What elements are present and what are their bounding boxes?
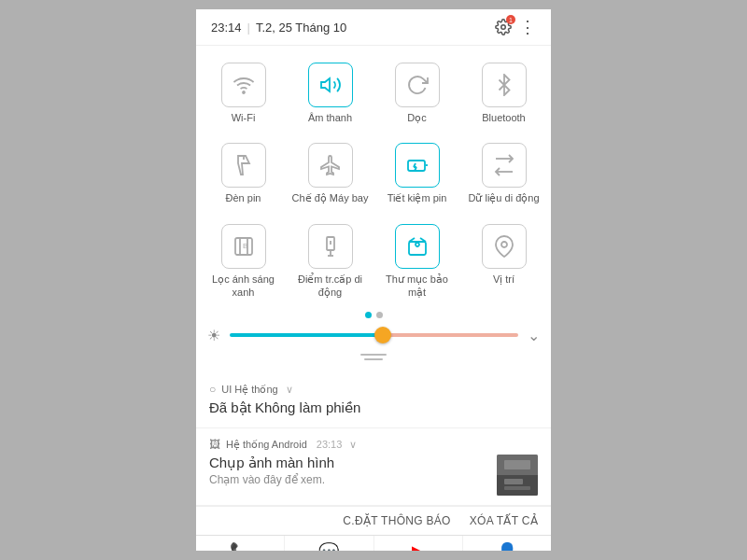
- qs-rotate-icon-wrap: [395, 63, 440, 107]
- qs-bluefilter-label: Lọc ánh sáng xanh: [204, 273, 283, 300]
- nav-youtube[interactable]: ▶ YouTube: [374, 536, 463, 551]
- bluetooth-icon: [493, 74, 515, 96]
- page-indicator: [196, 308, 551, 320]
- secure-folder-icon: [406, 235, 429, 258]
- notif-1-title: Đã bật Không làm phiền: [209, 399, 538, 416]
- dot-1: [365, 312, 372, 318]
- svg-rect-4: [408, 161, 425, 171]
- qs-row-2: Đèn pin Chế độ Máy bay: [196, 133, 551, 214]
- rotate-icon: [406, 74, 429, 96]
- nav-youtube-icon: ▶: [412, 541, 425, 551]
- qs-airplane[interactable]: Chế độ Máy bay: [287, 133, 374, 214]
- notification-badge: 1: [506, 15, 515, 24]
- notif-2-title: Chụp ảnh màn hình: [209, 455, 487, 471]
- battery-icon: [406, 154, 429, 176]
- qs-battery-save[interactable]: Tiết kiệm pin: [374, 133, 460, 214]
- qs-flashlight-label: Đèn pin: [226, 191, 261, 204]
- qs-location[interactable]: Vị trí: [460, 215, 547, 309]
- svg-rect-28: [504, 486, 530, 490]
- brightness-slider[interactable]: [230, 326, 518, 344]
- nav-messages-icon: 💬: [318, 541, 339, 551]
- phone-screen: 23:14 | T.2, 25 Tháng 10 1 ⋮: [196, 9, 551, 551]
- qs-hotspot-label: Điểm tr.cấp di động: [290, 273, 370, 300]
- nav-phone[interactable]: 📞 Điện thoại: [196, 536, 285, 551]
- qs-sound[interactable]: Âm thanh: [287, 53, 374, 133]
- svg-rect-19: [409, 242, 426, 255]
- qs-bluetooth-icon-wrap: [482, 63, 527, 107]
- screenshot-thumbnail: [497, 455, 538, 496]
- time-display: 23:14: [211, 21, 242, 35]
- nav-messages[interactable]: 💬 Tin nhắn: [285, 536, 374, 551]
- qs-row-1: Wi-Fi Âm thanh: [196, 53, 551, 133]
- svg-rect-27: [504, 479, 523, 484]
- qs-wifi[interactable]: Wi-Fi: [200, 53, 287, 133]
- qs-mobiledata-icon-wrap: [482, 143, 527, 188]
- nav-contacts[interactable]: 👤 Danh bạ: [463, 536, 551, 551]
- svg-point-20: [416, 243, 419, 246]
- notif-2-body: Chạm vào đây để xem.: [209, 473, 487, 486]
- notif-2-expand-icon[interactable]: ∨: [349, 439, 357, 451]
- notif-2-header: 🖼 Hệ thống Android 23:13 ∨: [209, 438, 538, 451]
- qs-hotspot-icon-wrap: [308, 224, 353, 269]
- qs-battery-label: Tiết kiệm pin: [388, 191, 447, 204]
- brightness-icon: ☀: [207, 327, 220, 344]
- notification-bottom-bar: C.ĐẶT THÔNG BÁO XÓA TẤT CẢ: [196, 506, 551, 535]
- more-icon[interactable]: ⋮: [519, 17, 536, 37]
- clear-all-button[interactable]: XÓA TẤT CẢ: [470, 514, 538, 527]
- bottom-navigation: 📞 Điện thoại 💬 Tin nhắn ▶ YouTube 👤 Danh…: [196, 535, 551, 551]
- qs-rotate[interactable]: Dọc: [374, 53, 460, 133]
- qs-mobile-data[interactable]: Dữ liệu di động: [460, 133, 547, 214]
- notif-1-app-icon: ○: [209, 383, 216, 396]
- airplane-icon: [319, 154, 342, 176]
- status-bar-right: 1 ⋮: [495, 17, 536, 37]
- qs-securefolder-icon-wrap: [395, 224, 440, 269]
- quick-settings-panel: Wi-Fi Âm thanh: [196, 46, 551, 373]
- qs-bluetooth[interactable]: Bluetooth: [460, 53, 547, 133]
- qs-flashlight-icon-wrap: [221, 143, 266, 188]
- settings-icon-wrap[interactable]: 1: [495, 19, 512, 35]
- qs-sound-icon-wrap: [308, 63, 353, 107]
- qs-bluetooth-label: Bluetooth: [482, 111, 525, 124]
- qs-airplane-label: Chế độ Máy bay: [292, 191, 369, 204]
- qs-secure-folder[interactable]: Thư mục bảo mật: [374, 215, 460, 309]
- qs-blue-filter[interactable]: B Lọc ánh sáng xanh: [200, 215, 287, 309]
- location-icon: [493, 235, 515, 258]
- svg-point-1: [243, 91, 245, 93]
- qs-mobiledata-label: Dữ liệu di động: [468, 191, 539, 204]
- wifi-icon: [233, 74, 255, 96]
- notif-1-expand-icon[interactable]: ∨: [286, 384, 293, 396]
- qs-location-icon-wrap: [482, 224, 527, 269]
- mobile-data-icon: [493, 154, 515, 176]
- svg-point-0: [501, 25, 506, 30]
- notif-2-app-icon: 🖼: [209, 438, 220, 451]
- sound-icon: [319, 74, 342, 96]
- status-bar: 23:14 | T.2, 25 Tháng 10 1 ⋮: [196, 9, 551, 46]
- qs-airplane-icon-wrap: [308, 143, 353, 188]
- notif-2-time: 23:13: [317, 439, 343, 450]
- slider-thumb: [374, 327, 391, 343]
- qs-flashlight[interactable]: Đèn pin: [200, 133, 287, 214]
- settings-button[interactable]: C.ĐẶT THÔNG BÁO: [343, 514, 450, 527]
- brightness-row: ☀ ⌄: [196, 320, 551, 350]
- notification-1[interactable]: ○ UI Hệ thống ∨ Đã bật Không làm phiền: [196, 373, 551, 428]
- notif-1-source: UI Hệ thống: [221, 384, 277, 396]
- qs-hotspot[interactable]: Điểm tr.cấp di động: [287, 215, 374, 309]
- slider-track: [230, 333, 518, 337]
- svg-point-23: [501, 242, 507, 247]
- notification-2[interactable]: 🖼 Hệ thống Android 23:13 ∨ Chụp ảnh màn …: [196, 428, 551, 506]
- handle-line-2: [364, 358, 383, 360]
- handle-line-1: [360, 354, 387, 356]
- svg-marker-2: [321, 78, 330, 91]
- brightness-expand-icon[interactable]: ⌄: [528, 327, 540, 344]
- qs-wifi-icon-wrap: [221, 63, 266, 107]
- drag-handle: [196, 350, 551, 366]
- status-bar-left: 23:14 | T.2, 25 Tháng 10: [211, 21, 346, 35]
- notif-2-source: Hệ thống Android: [226, 439, 307, 451]
- svg-rect-25: [497, 475, 538, 496]
- qs-rotate-label: Dọc: [407, 111, 426, 124]
- svg-text:B: B: [243, 242, 247, 250]
- notif-2-body-row: Chụp ảnh màn hình Chạm vào đây để xem.: [209, 455, 538, 496]
- thumbnail-image: [497, 455, 538, 496]
- dot-2: [376, 312, 383, 318]
- date-display: T.2, 25 Tháng 10: [256, 21, 346, 35]
